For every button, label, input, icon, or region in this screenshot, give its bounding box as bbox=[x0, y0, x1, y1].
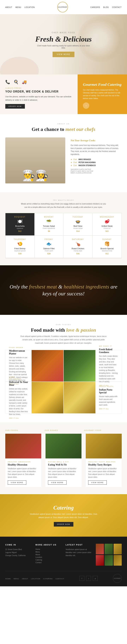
tastes-header: OUR TASTES Food made with love & passion… bbox=[5, 324, 122, 344]
nav-about[interactable]: About bbox=[5, 6, 12, 8]
footer-more-links: HomeMenuAboutLocationCateringContact bbox=[35, 548, 61, 564]
taste-description: Our chefs create dishes they love. They … bbox=[99, 355, 118, 383]
taste-title: Italian Pasta Special bbox=[99, 388, 118, 394]
catering-cta-center: Catering Vestibulum aptent ipsum at blan… bbox=[28, 504, 99, 526]
day-price: $14 bbox=[66, 230, 90, 232]
footer-photo-2 bbox=[105, 544, 113, 554]
taste-text: HOME DELIVERED Delivered To Your Door Di… bbox=[5, 382, 32, 413]
footer-more-link[interactable]: Contact bbox=[35, 561, 61, 564]
footer-bottom-nav-item[interactable]: Location bbox=[31, 577, 40, 580]
day-sub: Prime cut bbox=[95, 228, 120, 229]
nav-location[interactable]: Location bbox=[24, 6, 35, 8]
foods-grid: HEALTHY OBSESSION Healthy Obsession Vest… bbox=[5, 434, 122, 487]
day-card[interactable]: SATURDAY 🍗 Roast Chicken Family style $1… bbox=[64, 236, 93, 258]
footer-bottom: HomeMenuAboutLocationCateringContact f t… bbox=[5, 571, 122, 583]
day-card[interactable]: ROQUEST 🍽️ Bruschetta Appetizer $12 bbox=[5, 213, 35, 236]
footer-more-link[interactable]: Catering bbox=[35, 558, 61, 561]
footer-photo-5 bbox=[105, 555, 113, 566]
tastes-label: OUR TASTES bbox=[5, 324, 122, 326]
about-section: ABOUT US Get a chance to meet our chefs … bbox=[0, 114, 127, 192]
day-sub: Weekend treat bbox=[95, 250, 120, 252]
twitter-icon[interactable]: t bbox=[86, 576, 91, 581]
food-card-desc: Vestibulum aptent ipsum at blanditur mel… bbox=[48, 467, 79, 478]
day-card[interactable]: SUNDAY 🥞 Brunch Special Weekend treat $1… bbox=[93, 236, 122, 258]
catering-left-label: ALWAYS FRESH bbox=[5, 87, 72, 89]
day-dish: Brunch Special bbox=[95, 248, 120, 250]
footer-come-in: COME IN 21 Street Green Blvd. Laguna Nig… bbox=[5, 544, 31, 566]
logo[interactable]: GLENWAY bbox=[57, 2, 68, 12]
nav-right: Careers Blog Contact bbox=[90, 6, 122, 9]
catering-order-button[interactable]: ORDER NOW bbox=[5, 104, 25, 108]
navigation: About Menu Location GLENWAY Careers Blog… bbox=[0, 0, 127, 14]
taste-image bbox=[32, 382, 63, 413]
hero-cta-button[interactable]: VIEW MORE bbox=[53, 52, 74, 57]
taste-title: Mediterranean Platter bbox=[9, 350, 28, 355]
catering-right-title: Gourmet Food Catering bbox=[83, 82, 122, 87]
footer-bottom-nav-item[interactable]: Catering bbox=[43, 577, 53, 580]
day-dish: Roast Chicken bbox=[66, 248, 90, 250]
footer-more-link[interactable]: Home bbox=[35, 548, 61, 550]
taste-item: FRESH PASTA Italian Pasta Special House … bbox=[64, 382, 122, 414]
day-sub: Fresh ingredients bbox=[37, 228, 61, 229]
day-dish: Beef Stew bbox=[66, 225, 90, 227]
hero-description: Chef-made food catering ready for quick … bbox=[35, 44, 92, 49]
day-card[interactable]: TUESDAY 🍲 Beef Stew House recipe $14 bbox=[64, 213, 93, 236]
food-card-label: EATING WELL & FIT bbox=[48, 461, 79, 463]
chef-2: ★Chef PETER NAKASHIMA bbox=[71, 161, 122, 164]
pinterest-icon[interactable]: p bbox=[93, 576, 98, 581]
day-sub: House recipe bbox=[66, 228, 90, 229]
taste-description: Dishes are fully cooked, chilled for max… bbox=[9, 388, 28, 416]
day-icon: 🍽️ bbox=[7, 219, 32, 224]
footer-more-link[interactable]: Menu bbox=[35, 550, 61, 553]
day-dish: Salmon Fillet bbox=[37, 248, 61, 250]
footer-more-link[interactable]: Location bbox=[35, 556, 61, 558]
taste-link[interactable]: See it all bbox=[99, 408, 118, 410]
food-card: HEALTHY TASTY RECIPES Healthy Tasty Reci… bbox=[86, 434, 122, 487]
catering-arrow-button[interactable]: › bbox=[83, 102, 89, 109]
footer-bottom-nav-item[interactable]: Home bbox=[5, 577, 11, 580]
food-card-cta[interactable]: VIEW MORE bbox=[88, 480, 107, 485]
nav-careers[interactable]: Careers bbox=[90, 6, 100, 8]
chefs-img-inner: 👨‍🍳👩‍🍳 bbox=[5, 138, 65, 184]
taste-label: FRESH PASTA bbox=[99, 386, 118, 387]
day-card[interactable]: WEDNESDAY 🥩 Grilled Steak Prime cut $22 bbox=[93, 213, 122, 236]
footer-bottom-nav-item[interactable]: Menu bbox=[13, 577, 19, 580]
food-card-cta[interactable]: VIEW MORE bbox=[8, 480, 26, 485]
catering-cta-button[interactable]: ORDER NOW bbox=[54, 522, 73, 526]
food-card-cta[interactable]: VIEW MORE bbox=[48, 480, 67, 485]
day-card[interactable]: MONDAY 🥗 Tomato Salad Fresh ingredients … bbox=[35, 213, 64, 236]
day-price: $18 bbox=[7, 252, 32, 255]
day-name: THURSDAY bbox=[7, 238, 32, 240]
day-icon: 🍤 bbox=[7, 242, 32, 246]
food-card-content: HEALTHY TASTY RECIPES Healthy Tasty Reci… bbox=[86, 458, 122, 487]
day-name: ROQUEST bbox=[7, 216, 32, 218]
phone-icon: 📞 bbox=[5, 80, 10, 84]
chefs-description: Our chefs come from top restaurant kitch… bbox=[71, 144, 122, 156]
nav-menu[interactable]: Menu bbox=[15, 6, 21, 8]
catering-left: 📞 🍳 🚚 ALWAYS FRESH YOU ORDER, WE COOK & … bbox=[0, 74, 78, 114]
day-card[interactable]: FRIDAY 🐟 Salmon Fillet Fresh catch $20 bbox=[35, 236, 64, 258]
footer-photo-1 bbox=[96, 544, 104, 554]
footer-bottom-nav-item[interactable]: Contact bbox=[56, 577, 64, 580]
food-card-image bbox=[45, 434, 82, 458]
nav-blog[interactable]: Blog bbox=[103, 6, 109, 8]
taste-label: WE COOK IT bbox=[99, 345, 118, 347]
nav-contact[interactable]: Contact bbox=[112, 6, 122, 8]
day-price: $22 bbox=[95, 230, 120, 232]
taste-link[interactable]: See it all bbox=[9, 417, 28, 419]
facebook-icon[interactable]: f bbox=[79, 576, 84, 581]
chefs-area: 👨‍🍳👩‍🍳 Not Your Average Cooks Our chefs … bbox=[5, 138, 122, 184]
tastes-section: OUR TASTES Food made with love & passion… bbox=[0, 315, 127, 422]
chefs-subtitle: Not Your Average Cooks bbox=[71, 139, 122, 142]
taste-image bbox=[64, 382, 95, 413]
taste-text: WE COOK IT Fresh Baked Goodness Our chef… bbox=[95, 350, 122, 382]
footer-more-link[interactable]: About bbox=[35, 553, 61, 556]
day-card[interactable]: THURSDAY 🍤 Fried Shrimp Seafood special … bbox=[5, 236, 35, 258]
taste-item: WE COOK IT Fresh Baked Goodness Our chef… bbox=[64, 350, 122, 382]
meat-text: Only the freshest meat & healthiest ingr… bbox=[10, 283, 118, 297]
footer-bottom-nav-item[interactable]: About bbox=[22, 577, 28, 580]
footer-bottom-nav: HomeMenuAboutLocationCateringContact bbox=[5, 577, 64, 580]
chef-skills: Specialists in grill & real foodExpert i… bbox=[71, 168, 122, 174]
food-card-label: HEALTHY OBSESSION bbox=[8, 461, 39, 463]
day-name: FRIDAY bbox=[37, 238, 61, 240]
